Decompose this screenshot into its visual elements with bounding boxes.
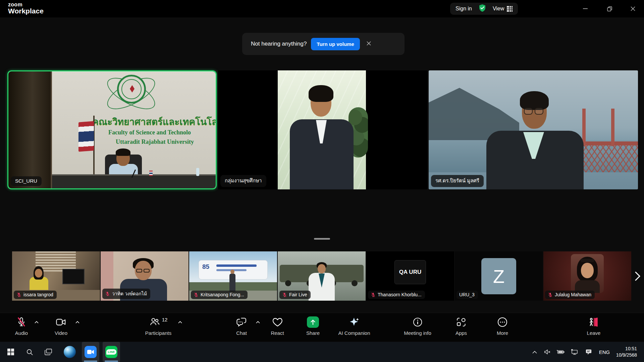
participant-name-label: Thanasorn Khorblu... [368,291,425,299]
avatar [571,254,604,293]
close-window-button[interactable] [623,0,643,17]
muted-mic-icon [105,291,110,296]
apps-button[interactable]: Apps [455,316,467,336]
grid-view-icon [507,6,513,12]
heart-icon [272,316,283,328]
muted-mic-icon [371,292,376,297]
participant-name-label: รศ.ดร.ปิยรัตน์ มูลศรี [431,175,484,187]
participant-name-label: Julalug Mahawan [545,291,595,299]
clock-date: 10/9/2568 [616,352,637,358]
camera-icon [56,316,66,328]
chat-options-chevron[interactable] [256,319,260,325]
video-grid: คณะวิทยาศาสตร์และเทคโนโล Faculty of Scie… [7,70,638,189]
view-button[interactable]: View [493,6,513,12]
ai-companion-button[interactable]: AI Companion [338,316,370,336]
tray-clock[interactable]: 10:51 10/9/2568 [613,342,640,362]
participants-button[interactable]: 12 Participants [145,316,171,336]
participant-name-label: SCI_URU [11,176,42,186]
sign-english-text-2: Uttaradit Rajabhat University [116,138,194,145]
participants-count: 12 [162,317,168,322]
minimize-button[interactable] [576,0,595,17]
security-shield-icon [479,4,486,13]
more-button[interactable]: More [497,316,508,336]
video-tile-piyarat[interactable]: รศ.ดร.ปิยรัตน์ มูลศรี [429,70,638,189]
leave-button[interactable]: Leave [587,316,601,336]
filmstrip-tile-fair-live[interactable]: Fair Live [278,251,366,301]
running-app-indicator [84,361,97,362]
windows-taskbar: LINE ENG 10:51 10/9/2568 [0,342,644,362]
qa-uru-card: QA URU [394,260,426,284]
info-icon [413,316,423,328]
filmstrip-tile-thanasorn[interactable]: QA URU Thanasorn Khorblu... [366,251,454,301]
zoom-app-button[interactable] [82,342,99,362]
participant-filmstrip: issara tangrod วาทิต วงษ์ดอกไม้ 85 Krits… [12,251,631,301]
filmstrip-tile-julalug[interactable]: Julalug Mahawan [543,251,631,301]
line-app-icon: LINE [105,346,117,358]
logo-workplace-text: Workplace [8,7,44,14]
tray-volume-muted[interactable] [541,342,553,362]
browser-app-button[interactable] [61,342,78,362]
video-feed [429,70,638,189]
audio-options-chevron[interactable] [34,319,39,325]
filmstrip-tile-uru3[interactable]: Z URU_3 [455,251,543,301]
running-app-indicator [105,361,118,362]
turn-up-volume-button[interactable]: Turn up volume [311,38,360,50]
audio-notification-banner: Not hearing anything? Turn up volume [242,33,405,55]
muted-mic-icon [282,292,287,297]
filmstrip-tile-issara[interactable]: issara tangrod [12,251,100,301]
sign-thai-text: คณะวิทยาศาสตร์และเทคโนโล [92,114,217,129]
clock-time: 10:51 [616,346,637,352]
filmstrip-tile-kritsanapong[interactable]: 85 Kritsanapong Fong... [189,251,277,301]
tray-network[interactable] [568,342,581,362]
banner-close-button[interactable] [365,40,372,48]
title-bar: zoom Workplace Sign in View [0,0,644,17]
share-button[interactable]: Share [306,316,320,336]
speaker-muted-icon [544,349,551,355]
video-options-chevron[interactable] [75,319,80,325]
banner-message: Not hearing anything? [251,41,307,47]
sign-english-text-1: Faculty of Science and Technolo [108,129,191,136]
taskbar-search-button[interactable] [21,342,38,362]
start-button[interactable] [3,342,19,362]
tray-notifications[interactable] [582,342,595,362]
participant-name-label: วาทิต วงษ์ดอกไม้ [102,289,150,299]
avatar: Z [481,258,516,294]
ai-companion-icon [349,316,360,328]
zoom-workplace-logo: zoom Workplace [8,2,44,15]
tray-language[interactable]: ENG [596,342,612,362]
leave-door-icon [588,316,599,328]
muted-mic-icon [194,292,199,297]
grid-resize-handle[interactable] [314,238,330,240]
participant-name-label: กลุ่มงานสุขศึกษา [220,175,266,187]
line-app-button[interactable]: LINE [103,342,120,362]
chevron-up-icon [532,350,537,354]
react-button[interactable]: React [271,316,284,336]
participant-name-label: Fair Live [279,291,311,299]
participants-icon: 12 [149,316,168,328]
video-tile-sci-uru[interactable]: คณะวิทยาศาสตร์และเทคโนโล Faculty of Scie… [7,70,217,189]
task-view-button[interactable] [40,342,56,362]
audio-button[interactable]: Audio [15,316,28,336]
tray-overflow-chevron[interactable] [529,342,540,362]
muted-mic-icon [16,292,21,297]
video-button[interactable]: Video [55,316,67,336]
sign-in-button[interactable]: Sign in [455,6,472,12]
next-participants-arrow[interactable] [632,269,643,284]
notification-message-icon [585,349,592,355]
logo-zoom-text: zoom [8,2,44,7]
participant-name-label: URU_3 [457,291,478,299]
thai-flag [78,121,94,152]
filmstrip-tile-wathit[interactable]: วาทิต วงษ์ดอกไม้ [101,251,189,301]
restore-button[interactable] [600,0,619,17]
more-ellipsis-icon [497,316,508,328]
video-tile-health-education-group[interactable]: กลุ่มงานสุขศึกษา [218,70,427,189]
windows-logo-icon [7,349,14,355]
meeting-info-button[interactable]: Meeting info [404,316,431,336]
participant-name-label: issara tangrod [14,291,57,299]
close-icon [367,41,371,46]
account-group: Sign in View [450,3,518,15]
chat-button[interactable]: Chat [236,316,247,336]
video-feed [218,70,427,189]
participants-options-chevron[interactable] [178,319,182,325]
tray-battery[interactable] [554,342,567,362]
